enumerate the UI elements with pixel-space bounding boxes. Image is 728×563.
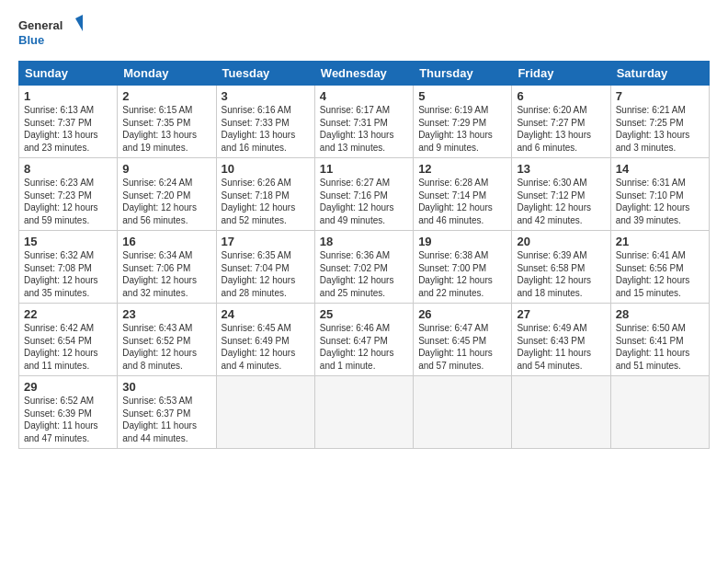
cell-text: Sunset: 7:31 PM [320, 117, 408, 130]
cell-text: Daylight: 11 hours [24, 419, 112, 432]
day-number: 22 [24, 307, 112, 321]
week-row-5: 29Sunrise: 6:52 AMSunset: 6:39 PMDayligh… [19, 376, 710, 449]
calendar-cell: 15Sunrise: 6:32 AMSunset: 7:08 PMDayligh… [19, 231, 118, 304]
cell-text: Daylight: 11 hours [122, 419, 210, 432]
cell-text: Sunset: 7:35 PM [122, 117, 210, 130]
calendar-cell: 11Sunrise: 6:27 AMSunset: 7:16 PMDayligh… [314, 158, 413, 231]
day-number: 8 [24, 162, 112, 176]
calendar-cell: 3Sunrise: 6:16 AMSunset: 7:33 PMDaylight… [216, 86, 314, 158]
cell-text: Daylight: 11 hours [616, 347, 704, 360]
cell-text: Sunrise: 6:42 AM [24, 322, 112, 335]
cell-text: and 59 minutes. [24, 214, 112, 227]
cell-text: Sunset: 6:52 PM [122, 335, 210, 348]
day-number: 7 [616, 89, 704, 103]
cell-text: Sunrise: 6:31 AM [616, 177, 704, 190]
cell-text: Sunset: 7:02 PM [320, 262, 408, 275]
cell-text: and 35 minutes. [24, 287, 112, 300]
cell-text: Sunrise: 6:30 AM [517, 177, 605, 190]
cell-text: Sunset: 6:56 PM [616, 262, 704, 275]
col-header-saturday: Saturday [610, 62, 709, 86]
day-number: 12 [418, 162, 506, 176]
calendar-cell: 12Sunrise: 6:28 AMSunset: 7:14 PMDayligh… [414, 158, 512, 231]
cell-text: Sunrise: 6:36 AM [320, 249, 408, 262]
cell-text: and 32 minutes. [122, 287, 210, 300]
calendar-cell: 17Sunrise: 6:35 AMSunset: 7:04 PMDayligh… [216, 231, 314, 304]
calendar-cell: 19Sunrise: 6:38 AMSunset: 7:00 PMDayligh… [414, 231, 512, 304]
calendar-cell: 29Sunrise: 6:52 AMSunset: 6:39 PMDayligh… [19, 376, 118, 449]
day-number: 24 [222, 307, 310, 321]
cell-text: Daylight: 12 hours [24, 201, 112, 214]
calendar-cell: 4Sunrise: 6:17 AMSunset: 7:31 PMDaylight… [314, 86, 413, 158]
cell-text: Sunrise: 6:28 AM [418, 177, 506, 190]
cell-text: and 15 minutes. [616, 287, 704, 300]
week-row-1: 1Sunrise: 6:13 AMSunset: 7:37 PMDaylight… [19, 86, 710, 158]
cell-text: Sunset: 6:58 PM [517, 262, 605, 275]
cell-text: Sunrise: 6:45 AM [222, 322, 310, 335]
day-number: 4 [320, 89, 408, 103]
col-header-thursday: Thursday [414, 62, 512, 86]
cell-text: Daylight: 13 hours [517, 129, 605, 142]
calendar-cell: 27Sunrise: 6:49 AMSunset: 6:43 PMDayligh… [512, 304, 610, 376]
col-header-wednesday: Wednesday [314, 62, 413, 86]
cell-text: Sunset: 7:04 PM [222, 262, 310, 275]
calendar-table: SundayMondayTuesdayWednesdayThursdayFrid… [18, 61, 710, 449]
calendar-cell: 16Sunrise: 6:34 AMSunset: 7:06 PMDayligh… [118, 231, 216, 304]
day-number: 10 [222, 162, 310, 176]
cell-text: Sunset: 6:49 PM [222, 335, 310, 348]
cell-text: Daylight: 13 hours [616, 129, 704, 142]
cell-text: Sunset: 6:39 PM [24, 408, 112, 420]
day-number: 15 [24, 235, 112, 248]
day-number: 9 [122, 162, 210, 176]
cell-text: Sunrise: 6:43 AM [122, 322, 210, 335]
cell-text: Sunset: 6:41 PM [616, 335, 704, 348]
day-number: 20 [517, 235, 605, 248]
cell-text: Sunrise: 6:32 AM [24, 249, 112, 262]
cell-text: Sunrise: 6:49 AM [517, 322, 605, 335]
calendar-cell: 14Sunrise: 6:31 AMSunset: 7:10 PMDayligh… [610, 158, 709, 231]
cell-text: Daylight: 13 hours [320, 129, 408, 142]
cell-text: Daylight: 13 hours [418, 129, 506, 142]
cell-text: Sunrise: 6:20 AM [517, 104, 605, 117]
cell-text: Sunset: 7:23 PM [24, 190, 112, 202]
calendar-cell [610, 376, 709, 449]
calendar-cell: 23Sunrise: 6:43 AMSunset: 6:52 PMDayligh… [118, 304, 216, 376]
cell-text: Sunset: 6:43 PM [517, 335, 605, 348]
cell-text: Sunrise: 6:46 AM [320, 322, 408, 335]
cell-text: Sunset: 7:00 PM [418, 262, 506, 275]
day-number: 17 [222, 235, 310, 248]
cell-text: Sunrise: 6:24 AM [122, 177, 210, 190]
calendar-cell: 30Sunrise: 6:53 AMSunset: 6:37 PMDayligh… [118, 376, 216, 449]
day-number: 6 [517, 89, 605, 103]
calendar-cell: 26Sunrise: 6:47 AMSunset: 6:45 PMDayligh… [414, 304, 512, 376]
cell-text: Daylight: 12 hours [517, 201, 605, 214]
svg-text:General: General [18, 18, 63, 32]
cell-text: Daylight: 12 hours [616, 201, 704, 214]
calendar-cell [414, 376, 512, 449]
cell-text: Sunrise: 6:17 AM [320, 104, 408, 117]
page: General Blue SundayMondayTuesdayWednesda… [0, 0, 728, 458]
cell-text: Sunrise: 6:15 AM [122, 104, 210, 117]
cell-text: Sunrise: 6:26 AM [222, 177, 310, 190]
cell-text: Daylight: 11 hours [418, 347, 506, 360]
cell-text: Daylight: 12 hours [222, 274, 310, 287]
cell-text: and 13 minutes. [320, 142, 408, 155]
calendar-cell: 9Sunrise: 6:24 AMSunset: 7:20 PMDaylight… [118, 158, 216, 231]
cell-text: and 4 minutes. [222, 360, 310, 373]
day-number: 1 [24, 89, 112, 103]
cell-text: Daylight: 12 hours [122, 274, 210, 287]
cell-text: Daylight: 12 hours [418, 274, 506, 287]
day-number: 28 [616, 307, 704, 321]
logo-svg: General Blue [18, 15, 83, 52]
cell-text: and 1 minute. [320, 360, 408, 373]
cell-text: Sunset: 7:10 PM [616, 190, 704, 202]
day-number: 13 [517, 162, 605, 176]
calendar-cell: 8Sunrise: 6:23 AMSunset: 7:23 PMDaylight… [19, 158, 118, 231]
cell-text: Sunset: 7:20 PM [122, 190, 210, 202]
calendar-cell: 28Sunrise: 6:50 AMSunset: 6:41 PMDayligh… [610, 304, 709, 376]
cell-text: Sunset: 6:47 PM [320, 335, 408, 348]
cell-text: Daylight: 12 hours [517, 274, 605, 287]
calendar-cell: 24Sunrise: 6:45 AMSunset: 6:49 PMDayligh… [216, 304, 314, 376]
cell-text: Sunrise: 6:38 AM [418, 249, 506, 262]
day-number: 23 [122, 307, 210, 321]
cell-text: Sunrise: 6:13 AM [24, 104, 112, 117]
